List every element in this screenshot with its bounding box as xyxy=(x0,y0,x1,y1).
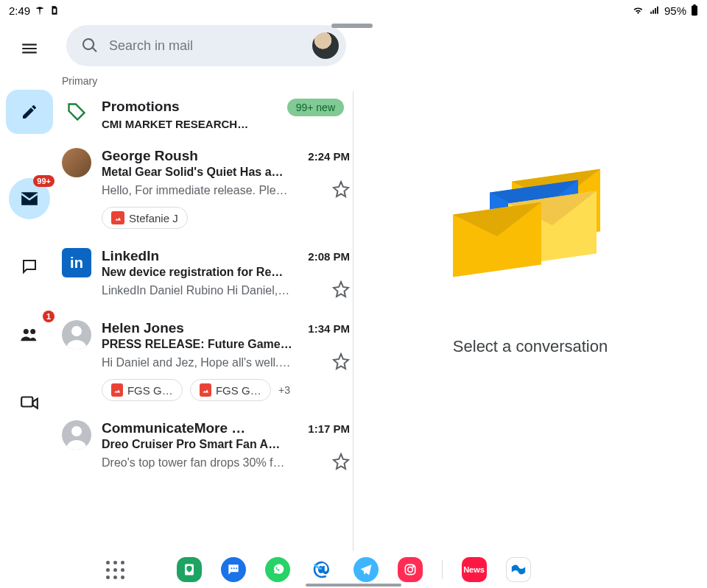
email-item[interactable]: George Roush2:24 PMMetal Gear Solid's Qu… xyxy=(59,141,353,241)
rail-mail-tab[interactable]: 99+ xyxy=(9,178,50,219)
navigation-rail: 99+ 1 xyxy=(0,21,59,551)
email-sender: George Roush xyxy=(102,148,198,164)
taskbar-app-2[interactable] xyxy=(265,557,290,582)
account-avatar[interactable] xyxy=(312,32,339,59)
taskbar-app-0[interactable] xyxy=(177,557,202,582)
rail-meet-tab[interactable] xyxy=(9,381,50,422)
chip-label: FGS Ga… xyxy=(127,384,173,397)
signal-icon xyxy=(649,5,660,15)
email-time: 1:17 PM xyxy=(308,422,350,435)
email-item[interactable]: inLinkedIn2:08 PMNew device registration… xyxy=(59,241,353,313)
mail-badge: 99+ xyxy=(33,175,54,187)
wifi-icon xyxy=(632,5,644,15)
email-subject: Dreo Cruiser Pro Smart Fan A… xyxy=(102,438,350,451)
gmail-app: 99+ 1 Primary Pr xyxy=(0,21,707,551)
taskbar-app-6[interactable]: News xyxy=(462,557,487,582)
promotions-subtitle: CMI MARKET RESEARCH… xyxy=(102,118,277,130)
taskbar-app-7[interactable] xyxy=(506,557,531,582)
chips-overflow[interactable]: +3 xyxy=(278,384,290,396)
svg-point-10 xyxy=(236,567,237,569)
star-outline-icon xyxy=(332,453,350,470)
app-drawer-button[interactable] xyxy=(106,561,124,579)
pencil-icon xyxy=(21,103,38,121)
rail-spaces-tab[interactable]: 1 xyxy=(9,314,50,355)
star-button[interactable] xyxy=(332,280,350,301)
email-time: 2:08 PM xyxy=(308,250,350,263)
search-input[interactable] xyxy=(109,38,302,54)
chat-icon xyxy=(21,258,38,275)
menu-button[interactable] xyxy=(9,34,50,63)
sender-avatar[interactable] xyxy=(62,148,91,177)
svg-point-4 xyxy=(30,329,35,334)
svg-point-3 xyxy=(24,329,29,334)
image-icon xyxy=(111,383,123,397)
sender-avatar[interactable]: in xyxy=(62,248,91,277)
image-icon xyxy=(200,383,211,397)
star-button[interactable] xyxy=(332,453,350,473)
status-time: 2:49 xyxy=(9,4,30,17)
rail-chat-tab[interactable] xyxy=(9,246,50,287)
email-sender: Helen Jones xyxy=(102,320,184,336)
search-bar[interactable] xyxy=(66,25,346,66)
sender-avatar[interactable] xyxy=(62,420,91,450)
svg-rect-5 xyxy=(21,397,32,407)
envelopes-illustration xyxy=(446,168,615,293)
attachment-chip[interactable]: Stefanie J xyxy=(102,207,188,229)
svg-rect-0 xyxy=(53,9,56,13)
compose-button[interactable] xyxy=(6,90,53,134)
promotions-tab[interactable]: Promotions CMI MARKET RESEARCH… 99+ new xyxy=(59,91,353,141)
email-snippet: Dreo's top tower fan drops 30% f… xyxy=(102,456,328,470)
taskbar-app-4[interactable] xyxy=(354,557,379,582)
gesture-handle[interactable] xyxy=(306,584,401,587)
attachment-chip[interactable]: FGS Ga… xyxy=(102,379,183,401)
people-icon xyxy=(19,325,40,343)
star-outline-icon xyxy=(332,180,350,198)
battery-icon xyxy=(691,4,698,16)
svg-rect-1 xyxy=(692,6,697,16)
chip-label: FGS Ga… xyxy=(216,384,261,397)
email-list[interactable]: Promotions CMI MARKET RESEARCH… 99+ new … xyxy=(59,91,354,551)
star-button[interactable] xyxy=(332,180,350,201)
email-subject: Metal Gear Solid's Quiet Has a… xyxy=(102,166,350,179)
image-icon xyxy=(111,211,124,224)
email-item[interactable]: CommunicateMore PR o…1:17 PMDreo Cruiser… xyxy=(59,413,353,485)
star-outline-icon xyxy=(332,280,350,298)
email-subject: PRESS RELEASE: Future Game… xyxy=(102,338,350,351)
star-outline-icon xyxy=(332,353,350,370)
email-sender: CommunicateMore PR o… xyxy=(102,420,253,436)
promotions-title: Promotions xyxy=(102,99,277,115)
attachment-chip[interactable]: FGS Ga… xyxy=(190,379,271,401)
email-item[interactable]: Helen Jones1:34 PMPRESS RELEASE: Future … xyxy=(59,313,353,413)
svg-point-9 xyxy=(233,567,234,569)
section-label: Primary xyxy=(59,74,354,91)
tesla-icon xyxy=(35,5,45,15)
tag-icon xyxy=(66,102,87,122)
svg-point-7 xyxy=(71,426,82,436)
email-snippet: LinkedIn Daniel Rubino Hi Daniel,… xyxy=(102,284,328,297)
svg-point-8 xyxy=(231,567,232,569)
message-list-pane: Primary Promotions CMI MARKET RESEARCH… … xyxy=(59,21,354,551)
email-snippet: Hi Daniel and Jez, Hope all's well.… xyxy=(102,356,328,369)
email-subject: New device registration for Re… xyxy=(102,266,350,279)
email-sender: LinkedIn xyxy=(102,248,159,264)
email-time: 1:34 PM xyxy=(308,322,350,335)
svg-point-6 xyxy=(71,326,82,336)
search-icon xyxy=(81,37,99,54)
taskbar-app-5[interactable] xyxy=(398,557,423,582)
email-snippet: Hello, For immediate release. Ple… xyxy=(102,184,328,197)
taskbar-app-1[interactable] xyxy=(221,557,246,582)
promotions-count-badge: 99+ new xyxy=(287,99,344,116)
status-battery-pct: 95% xyxy=(664,4,686,17)
taskbar-app-3[interactable] xyxy=(309,557,334,582)
svg-rect-2 xyxy=(693,4,695,6)
svg-point-13 xyxy=(407,567,412,573)
system-taskbar: News xyxy=(0,551,707,588)
mail-icon xyxy=(20,191,39,207)
video-icon xyxy=(20,394,39,410)
star-button[interactable] xyxy=(332,353,350,373)
menu-icon xyxy=(20,39,39,58)
email-time: 2:24 PM xyxy=(308,150,350,163)
spaces-badge: 1 xyxy=(43,311,54,322)
sender-avatar[interactable] xyxy=(62,320,91,350)
taskbar-separator xyxy=(442,560,443,579)
